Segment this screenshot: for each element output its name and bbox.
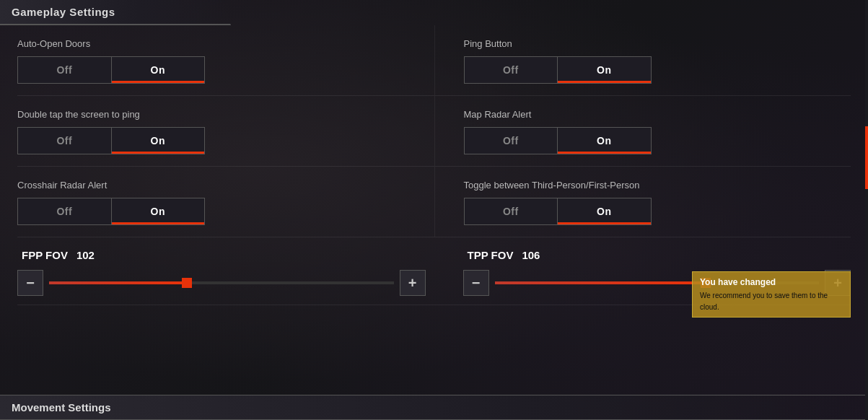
tooltip-body: We recommend you to save them to the clo… <box>700 292 828 310</box>
setting-map-radar-alert: Map Radar Alert Off On <box>434 96 851 167</box>
map-radar-alert-toggle: Off On <box>464 127 652 154</box>
map-radar-alert-on-button[interactable]: On <box>558 128 651 154</box>
movement-settings-header: Movement Settings <box>0 395 868 420</box>
double-tap-on-button[interactable]: On <box>112 128 205 154</box>
double-tap-off-button[interactable]: Off <box>18 128 112 154</box>
tpp-fov-fill <box>495 281 706 284</box>
toggle-person-label: Toggle between Third-Person/First-Person <box>464 180 843 191</box>
auto-open-doors-off-button[interactable]: Off <box>18 57 112 83</box>
fpp-fov-fill <box>49 281 187 284</box>
setting-auto-open-doors: Auto-Open Doors Off On <box>17 25 434 96</box>
tpp-fov-control: TPP FOV106 − + You have changed We recom… <box>434 249 851 296</box>
section-header: Gameplay Settings <box>0 0 231 25</box>
toggle-person-off-button[interactable]: Off <box>465 198 558 224</box>
setting-toggle-person: Toggle between Third-Person/First-Person… <box>434 167 851 237</box>
tpp-fov-label: TPP FOV106 <box>463 249 851 261</box>
fpp-fov-thumb[interactable] <box>182 278 192 288</box>
gameplay-settings-page: Gameplay Settings Auto-Open Doors Off On… <box>0 0 868 420</box>
auto-open-doors-label: Auto-Open Doors <box>17 38 426 49</box>
toggle-person-on-button[interactable]: On <box>558 198 651 224</box>
fpp-fov-slider-row: − + <box>17 270 426 296</box>
ping-button-off-button[interactable]: Off <box>465 57 558 83</box>
ping-button-toggle: Off On <box>464 56 652 84</box>
scroll-thumb[interactable] <box>865 126 868 189</box>
tpp-fov-minus-button[interactable]: − <box>463 270 489 296</box>
fpp-fov-plus-button[interactable]: + <box>400 270 426 296</box>
fpp-fov-label: FPP FOV102 <box>17 249 426 261</box>
auto-open-doors-on-button[interactable]: On <box>112 57 205 83</box>
map-radar-alert-label: Map Radar Alert <box>464 109 843 120</box>
toggle-person-toggle: Off On <box>464 198 652 225</box>
fpp-fov-control: FPP FOV102 − + <box>17 249 434 296</box>
crosshair-radar-off-button[interactable]: Off <box>18 198 112 224</box>
fpp-fov-minus-button[interactable]: − <box>17 270 43 296</box>
double-tap-toggle: Off On <box>17 127 205 154</box>
settings-content: Auto-Open Doors Off On Ping Button Off O… <box>0 25 868 305</box>
crosshair-radar-on-button[interactable]: On <box>112 198 205 224</box>
tpp-fov-tooltip: You have changed We recommend you to sav… <box>692 271 851 318</box>
scroll-indicator <box>865 0 868 420</box>
section-header-title: Gameplay Settings <box>12 6 115 18</box>
crosshair-radar-alert-label: Crosshair Radar Alert <box>17 180 426 191</box>
settings-grid: Auto-Open Doors Off On Ping Button Off O… <box>17 25 851 237</box>
tooltip-title: You have changed <box>700 276 843 289</box>
movement-settings-title: Movement Settings <box>12 401 111 414</box>
setting-crosshair-radar-alert: Crosshair Radar Alert Off On <box>17 167 434 237</box>
setting-double-tap: Double tap the screen to ping Off On <box>17 96 434 167</box>
fpp-fov-slider[interactable] <box>49 281 394 284</box>
auto-open-doors-toggle: Off On <box>17 56 205 84</box>
ping-button-label: Ping Button <box>464 38 843 49</box>
setting-ping-button: Ping Button Off On <box>434 25 851 96</box>
fov-section: FPP FOV102 − + TPP FOV106 − <box>17 237 851 305</box>
ping-button-on-button[interactable]: On <box>558 57 651 83</box>
crosshair-radar-toggle: Off On <box>17 198 205 225</box>
map-radar-alert-off-button[interactable]: Off <box>465 128 558 154</box>
double-tap-label: Double tap the screen to ping <box>17 109 426 120</box>
